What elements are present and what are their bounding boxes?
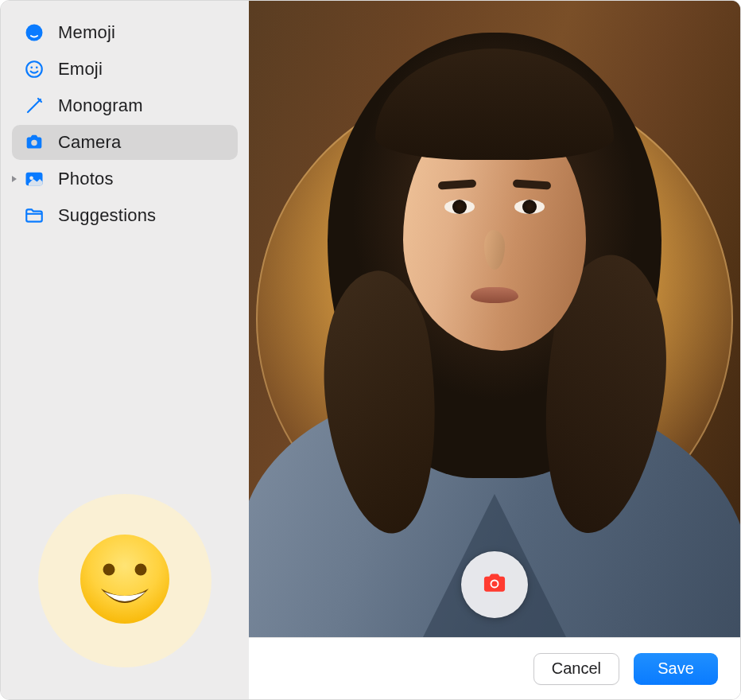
- sidebar-item-label: Monogram: [58, 95, 143, 116]
- svg-point-10: [29, 177, 33, 181]
- sidebar-item-memoji[interactable]: Memoji: [12, 15, 238, 50]
- sidebar-item-photos[interactable]: Photos: [12, 161, 238, 196]
- sidebar-item-label: Memoji: [58, 22, 115, 43]
- svg-point-7: [36, 67, 38, 69]
- sidebar-item-label: Camera: [58, 132, 121, 153]
- sidebar-item-label: Emoji: [58, 59, 103, 80]
- svg-point-6: [30, 67, 33, 69]
- camera-shutter-icon: [479, 568, 510, 601]
- svg-point-3: [30, 30, 32, 32]
- take-photo-button[interactable]: [461, 551, 528, 618]
- folder-icon: [23, 204, 45, 227]
- svg-point-8: [31, 140, 37, 146]
- svg-point-5: [26, 61, 42, 77]
- sidebar: Memoji Emoji: [1, 1, 249, 699]
- footer-bar: Cancel Save: [249, 637, 740, 699]
- svg-point-11: [80, 535, 169, 624]
- main-panel: Cancel Save: [249, 1, 740, 699]
- svg-point-4: [36, 30, 37, 32]
- sidebar-item-label: Suggestions: [58, 205, 156, 226]
- svg-point-15: [491, 581, 497, 586]
- memoji-face-icon: [23, 21, 45, 44]
- sidebar-list: Memoji Emoji: [12, 15, 238, 233]
- chevron-right-icon[interactable]: [9, 173, 20, 185]
- svg-point-12: [103, 564, 115, 576]
- grinning-face-icon: [77, 531, 173, 630]
- photos-icon: [23, 168, 45, 190]
- save-button[interactable]: Save: [634, 653, 718, 685]
- svg-point-13: [135, 564, 147, 576]
- sidebar-item-label: Photos: [58, 169, 114, 189]
- portrait-subject: [288, 1, 701, 637]
- sidebar-item-emoji[interactable]: Emoji: [12, 52, 238, 87]
- cancel-button[interactable]: Cancel: [533, 653, 619, 685]
- svg-point-0: [26, 25, 43, 41]
- contacts-photo-picker: Memoji Emoji: [0, 0, 741, 700]
- sidebar-item-monogram[interactable]: Monogram: [12, 88, 238, 123]
- sidebar-item-camera[interactable]: Camera: [12, 125, 238, 160]
- pencil-icon: [23, 95, 45, 117]
- camera-preview: [249, 1, 740, 637]
- emoji-smile-icon: [23, 58, 45, 80]
- sidebar-item-suggestions[interactable]: Suggestions: [12, 198, 238, 233]
- camera-icon: [23, 131, 45, 154]
- current-avatar-preview: [38, 494, 211, 667]
